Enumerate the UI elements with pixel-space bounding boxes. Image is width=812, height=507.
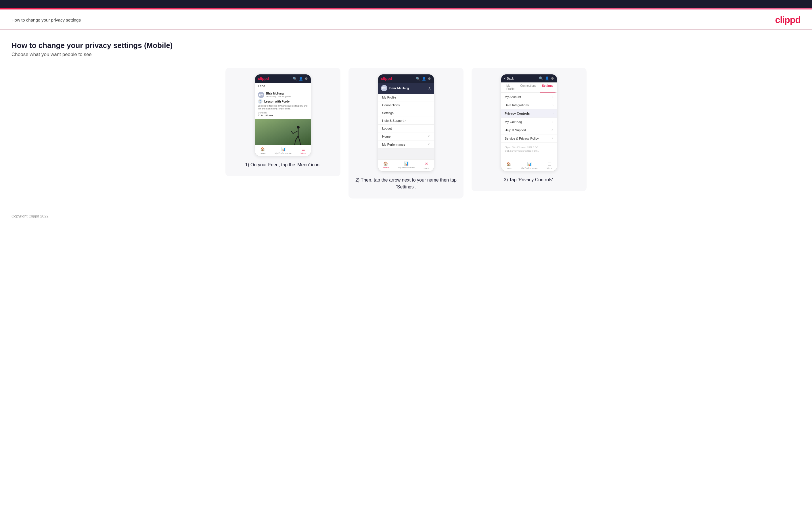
section-home-label: Home [382,135,391,138]
privacycontrols-label: Privacy Controls [505,112,529,115]
mygolfbag-label: My Golf Bag [505,120,522,123]
logo: clippd [775,15,801,25]
nav-home-label: Home [260,152,266,155]
settings-item-dataintegrations[interactable]: Data Integrations › [501,101,557,109]
chevron-up-icon: ∧ [428,86,431,91]
myaccount-label: My Account [505,95,521,99]
phone2-nav-performance[interactable]: 📊 My Performance [398,161,415,170]
settings-item-serviceprivacy[interactable]: Service & Privacy Policy [501,134,557,143]
phone2-nav-menu[interactable]: ✕ Menu [423,161,429,170]
menu-item-connections[interactable]: Connections [378,101,434,109]
profile-icon-2: 👤 [422,77,426,81]
dataintegrations-label: Data Integrations [505,103,529,107]
phone3-nav-performance[interactable]: 📊 My Performance [521,162,538,169]
home-icon-3: 🏠 [506,162,511,166]
chevron-down-icon: ∨ [427,134,430,138]
step-2-caption: 2) Then, tap the arrow next to your name… [355,177,457,190]
tab-myprofile[interactable]: My Profile [504,82,517,93]
lesson-title: Lesson with Fordy [264,100,290,103]
phone1-nav-performance[interactable]: 📊 My Performance [274,147,292,155]
page-heading: How to change your privacy settings (Mob… [11,41,801,50]
phone1-feed-tab: Feed [255,83,311,89]
settings-item-mygolfbag[interactable]: My Golf Bag › [501,118,557,126]
phone1-nav-menu[interactable]: ☰ Menu [301,147,306,155]
header-title: How to change your privacy settings [11,17,81,22]
step-card-3: < Back 🔍 👤 ⚙ My Profile Connections Sett… [471,68,587,191]
phone1-avatar: BM [258,92,264,98]
section-item-home[interactable]: Home ∨ [378,132,434,140]
footer: Copyright Clippd 2022 [0,207,812,225]
nav-menu-label-3: Menu [547,167,552,169]
header: How to change your privacy settings clip… [0,9,812,30]
phone2-icons: 🔍 👤 ⚙ [416,77,431,81]
nav-menu-label: Menu [301,152,306,155]
search-icon-2: 🔍 [416,77,420,81]
phone2-user-info: BM Blair McHarg [381,85,409,91]
phone3-navbar: < Back 🔍 👤 ⚙ [501,74,557,82]
chevron-right-icon-1: › [552,95,554,99]
nav-home-label-3: Home [506,167,512,169]
step-3-caption: 3) Tap 'Privacy Controls'. [504,176,554,183]
phone3-version-info: Clippd Client Version: 2022.8.3-3 GQL Se… [501,143,557,156]
home-icon-2: 🏠 [383,161,388,166]
svg-line-3 [291,131,293,133]
nav-home-label-2: Home [383,166,389,169]
phone1-golf-image [255,119,311,145]
menu-item-helpsupport[interactable]: Help & Support [378,117,434,125]
section-item-performance[interactable]: My Performance ∨ [378,140,434,149]
lesson-desc: Looking to feel like my hands are exitin… [258,105,308,111]
chevron-right-icon-4: › [552,120,554,123]
back-button[interactable]: < Back [504,77,514,80]
close-icon: ✕ [425,161,428,167]
chevron-down-icon-2: ∨ [427,143,430,146]
menu-item-settings[interactable]: Settings [378,109,434,117]
phone1-user-meta: Yesterday · Sunningdale [266,95,291,98]
settings-item-helpsupport[interactable]: Help & Support [501,126,557,134]
helpsupport-label-3: Help & Support [505,128,526,132]
top-bar [0,0,812,8]
settings-item-myaccount[interactable]: My Account › [501,93,557,101]
search-icon-3: 🔍 [539,76,543,80]
phone2-nav-home[interactable]: 🏠 Home [383,161,389,170]
phone2-username: Blair McHarg [389,87,409,90]
menu-item-logout[interactable]: Logout [378,125,434,132]
phone3-tabs: My Profile Connections Settings [501,82,557,93]
serviceprivacy-label: Service & Privacy Policy [505,137,539,140]
phone3-spacer [501,156,557,160]
step-card-1: clippd 🔍 👤 ⚙ Feed BM Blair McHarg [225,68,341,176]
performance-icon: 📊 [281,147,286,151]
phone1-username: Blair McHarg [266,92,291,95]
chevron-right-icon-3: › [552,112,554,115]
duration-val: 01 hr : 30 min [258,114,308,117]
phone1-navbar: clippd 🔍 👤 ⚙ [255,74,311,83]
phone3-nav-home[interactable]: 🏠 Home [506,162,512,169]
svg-line-7 [300,142,301,145]
settings-item-privacycontrols[interactable]: Privacy Controls › [501,109,557,118]
nav-performance-label: My Performance [274,152,292,155]
phone3-nav-menu[interactable]: ☰ Menu [547,162,552,169]
phone1-nav-home[interactable]: 🏠 Home [260,147,266,155]
section-performance-label: My Performance [382,143,405,146]
phone2-navbar: clippd 🔍 👤 ⚙ [378,74,434,83]
phone2-dropdown-header: BM Blair McHarg ∧ [378,83,434,94]
menu-icon-3: ☰ [548,162,551,166]
phone1-icons: 🔍 👤 ⚙ [293,77,308,81]
steps-row: clippd 🔍 👤 ⚙ Feed BM Blair McHarg [11,68,801,199]
nav-performance-label-2: My Performance [398,166,415,169]
phone3-icons: 🔍 👤 ⚙ [539,76,554,80]
phone3-bottom-nav: 🏠 Home 📊 My Performance ☰ Menu [501,160,557,171]
tab-connections[interactable]: Connections [518,82,539,93]
phone2-logo: clippd [381,76,392,81]
tab-settings[interactable]: Settings [540,82,556,93]
performance-icon-3: 📊 [527,162,531,166]
profile-icon: 👤 [299,77,303,81]
phone2-bottom-nav: 🏠 Home 📊 My Performance ✕ Menu [378,159,434,171]
performance-icon-2: 📊 [404,161,409,166]
phone1-post: BM Blair McHarg Yesterday · Sunningdale … [255,89,311,119]
lesson-icon: 🏌 [258,99,262,104]
svg-point-0 [297,126,300,129]
phone1-bottom-nav: 🏠 Home 📊 My Performance ☰ Menu [255,145,311,156]
svg-line-5 [298,136,300,142]
nav-performance-label-3: My Performance [521,167,538,169]
menu-item-myprofile[interactable]: My Profile [378,94,434,101]
